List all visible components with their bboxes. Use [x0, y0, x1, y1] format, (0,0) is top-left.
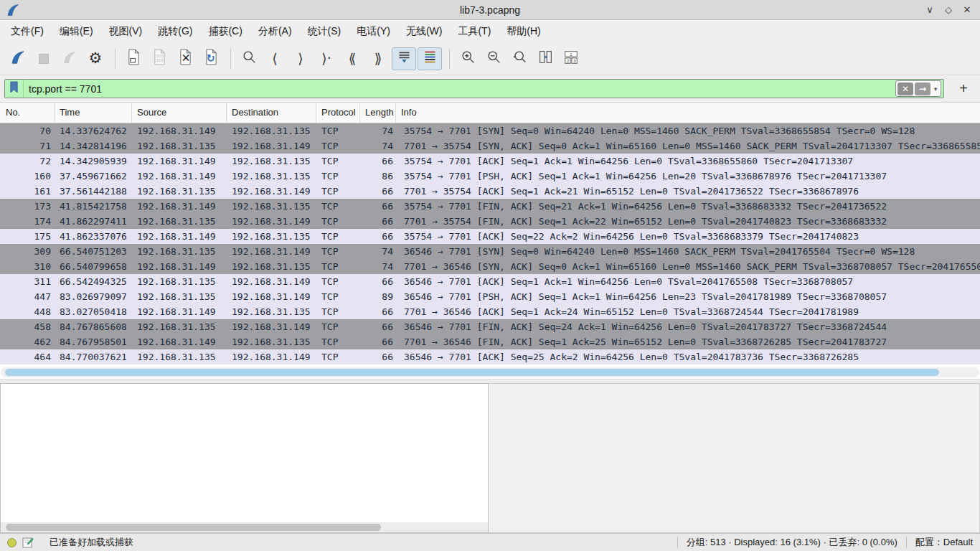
- cell-info: 35754 → 7701 [PSH, ACK] Seq=1 Ack=1 Win=…: [396, 169, 980, 184]
- menu-item[interactable]: 帮助(H): [499, 22, 548, 42]
- details-hscrollbar[interactable]: [1, 522, 488, 532]
- cell-no: 161: [0, 184, 55, 199]
- profile-text[interactable]: 配置：Default: [915, 536, 973, 549]
- packet-details-pane[interactable]: [0, 383, 489, 533]
- minimize-icon[interactable]: ∨: [924, 4, 936, 16]
- menu-item[interactable]: 统计(S): [300, 22, 349, 42]
- layout-123-button[interactable]: 123: [559, 47, 583, 70]
- column-header-protocol[interactable]: Protocol: [316, 103, 360, 123]
- column-header-no[interactable]: No.: [0, 103, 55, 123]
- close-icon[interactable]: ✕: [961, 4, 973, 16]
- filter-dropdown-caret[interactable]: ▾: [931, 85, 940, 93]
- menu-item[interactable]: 工具(T): [450, 22, 499, 42]
- double-chevron-right-icon: ⟫: [374, 52, 382, 65]
- display-filter-input[interactable]: tcp.port == 7701 ✕ → ▾: [4, 79, 944, 98]
- packet-row[interactable]: 310 66.540799658 192.168.31.149 192.168.…: [0, 259, 980, 274]
- start-capture-button[interactable]: [6, 47, 30, 70]
- cell-length: 66: [360, 349, 396, 364]
- reload-file-button[interactable]: ↻: [199, 47, 223, 70]
- chevron-left-icon: ⟨: [272, 52, 277, 65]
- packet-list-header: No. Time Source Destination Protocol Len…: [0, 103, 980, 123]
- filter-add-button[interactable]: +: [954, 80, 973, 98]
- filter-apply-button[interactable]: →: [915, 83, 930, 95]
- packet-row[interactable]: 311 66.542494325 192.168.31.135 192.168.…: [0, 274, 980, 289]
- packet-row[interactable]: 174 41.862297411 192.168.31.135 192.168.…: [0, 214, 980, 229]
- cell-time: 41.862297411: [55, 214, 132, 229]
- cell-length: 74: [360, 138, 396, 154]
- filter-expression-text[interactable]: tcp.port == 7701: [24, 83, 895, 95]
- menu-item[interactable]: 无线(W): [398, 22, 451, 42]
- packet-list-hscrollbar[interactable]: [1, 367, 979, 377]
- open-file-button[interactable]: [121, 47, 146, 70]
- packet-row[interactable]: 70 14.337624762 192.168.31.149 192.168.3…: [0, 123, 980, 138]
- cell-source: 192.168.31.135: [132, 274, 227, 289]
- filter-bar: tcp.port == 7701 ✕ → ▾ +: [0, 75, 980, 103]
- column-header-source[interactable]: Source: [132, 103, 227, 123]
- capture-options-button[interactable]: ⚙: [83, 47, 108, 70]
- colorize-toggle[interactable]: [418, 47, 442, 70]
- maximize-icon[interactable]: ◇: [943, 4, 954, 16]
- status-separator: [906, 537, 907, 548]
- menu-item[interactable]: 文件(F): [3, 22, 52, 42]
- cell-no: 70: [0, 123, 55, 138]
- zoom-in-button[interactable]: [456, 47, 480, 70]
- capture-status-dot-icon[interactable]: [7, 538, 17, 547]
- packet-row[interactable]: 175 41.862337076 192.168.31.149 192.168.…: [0, 229, 980, 244]
- packet-bytes-pane[interactable]: [489, 383, 980, 533]
- packet-row[interactable]: 72 14.342905939 192.168.31.149 192.168.3…: [0, 154, 980, 169]
- scrollbar-thumb[interactable]: [6, 524, 381, 531]
- menu-item[interactable]: 电话(Y): [349, 22, 398, 42]
- close-file-button[interactable]: ✕: [173, 47, 197, 70]
- cell-time: 41.815421758: [55, 199, 132, 214]
- cell-no: 71: [0, 138, 55, 154]
- auto-scroll-toggle[interactable]: [392, 47, 416, 70]
- cell-info: 36546 → 7701 [ACK] Seq=1 Ack=1 Win=64256…: [396, 274, 980, 289]
- packet-row[interactable]: 160 37.459671662 192.168.31.149 192.168.…: [0, 169, 980, 184]
- zoom-out-button[interactable]: [481, 47, 506, 70]
- packet-row[interactable]: 309 66.540751203 192.168.31.135 192.168.…: [0, 244, 980, 259]
- cell-source: 192.168.31.149: [132, 123, 227, 138]
- cell-length: 66: [360, 334, 396, 349]
- packet-row[interactable]: 71 14.342814196 192.168.31.135 192.168.3…: [0, 138, 980, 154]
- resize-columns-button[interactable]: [533, 47, 557, 70]
- packet-row[interactable]: 464 84.770037621 192.168.31.135 192.168.…: [0, 349, 980, 364]
- zoom-out-icon: [486, 50, 501, 67]
- cell-source: 192.168.31.149: [132, 259, 227, 274]
- zoom-reset-button[interactable]: [507, 47, 532, 70]
- packet-row[interactable]: 161 37.561442188 192.168.31.135 192.168.…: [0, 184, 980, 199]
- expert-info-icon[interactable]: [22, 537, 34, 548]
- packet-row[interactable]: 462 84.767958501 192.168.31.149 192.168.…: [0, 334, 980, 349]
- menu-item[interactable]: 捕获(C): [200, 22, 250, 42]
- go-forward-button[interactable]: ⟩: [288, 47, 313, 70]
- cell-time: 83.026979097: [55, 289, 132, 304]
- column-header-destination[interactable]: Destination: [227, 103, 316, 123]
- cell-time: 66.540751203: [55, 244, 132, 259]
- menu-item[interactable]: 编辑(E): [52, 22, 101, 42]
- column-header-info[interactable]: Info: [396, 103, 980, 123]
- go-back-button[interactable]: ⟨: [263, 47, 287, 70]
- go-first-packet-button[interactable]: ⟪: [340, 47, 364, 70]
- go-to-packet-button[interactable]: ⟩·: [314, 47, 339, 70]
- filter-bookmark-button[interactable]: [5, 80, 24, 98]
- menu-item[interactable]: 视图(V): [101, 22, 151, 42]
- packet-row[interactable]: 447 83.026979097 192.168.31.135 192.168.…: [0, 289, 980, 304]
- restart-fin-icon: [62, 50, 77, 67]
- cell-info: 35754 → 7701 [ACK] Seq=22 Ack=2 Win=6425…: [396, 229, 980, 244]
- cell-info: 7701 → 35754 [ACK] Seq=1 Ack=21 Win=6515…: [396, 184, 980, 199]
- menu-item[interactable]: 跳转(G): [150, 22, 200, 42]
- find-packet-button[interactable]: [237, 47, 261, 70]
- filter-clear-button[interactable]: ✕: [897, 83, 913, 95]
- cell-info: 35754 → 7701 [FIN, ACK] Seq=21 Ack=1 Win…: [396, 199, 980, 214]
- cell-destination: 192.168.31.149: [227, 349, 316, 364]
- column-header-length[interactable]: Length: [360, 103, 396, 123]
- column-header-time[interactable]: Time: [55, 103, 132, 123]
- packet-row[interactable]: 458 84.767865608 192.168.31.135 192.168.…: [0, 319, 980, 334]
- go-last-packet-button[interactable]: ⟫: [366, 47, 390, 70]
- scrollbar-thumb[interactable]: [5, 369, 939, 376]
- cell-destination: 192.168.31.135: [227, 229, 316, 244]
- packet-row[interactable]: 173 41.815421758 192.168.31.149 192.168.…: [0, 199, 980, 214]
- cell-protocol: TCP: [316, 244, 360, 259]
- menu-item[interactable]: 分析(A): [250, 22, 300, 42]
- packet-row[interactable]: 448 83.027050418 192.168.31.149 192.168.…: [0, 304, 980, 319]
- lower-panes: [0, 383, 980, 533]
